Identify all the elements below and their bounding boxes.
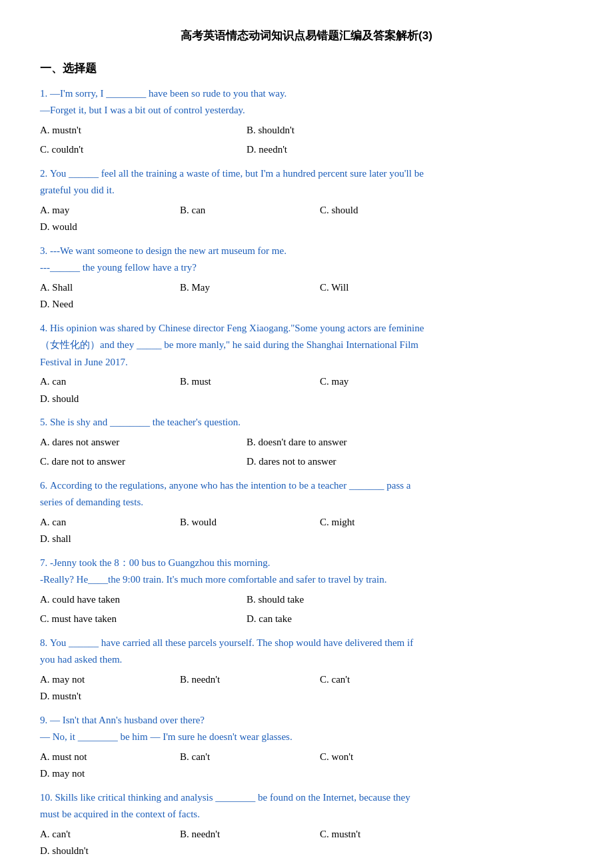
answer-row: A. can'tB. needn'tC. mustn'tD. shouldn't bbox=[40, 826, 573, 860]
answer-option: A. can't bbox=[40, 826, 173, 843]
answer-option: D. would bbox=[40, 219, 173, 236]
page-title: 高考英语情态动词知识点易错题汇编及答案解析(3) bbox=[40, 27, 573, 46]
question-line: 1. —I'm sorry, I ________ have been so r… bbox=[40, 85, 573, 103]
question-line: you had asked them. bbox=[40, 651, 573, 669]
answer-option: A. may not bbox=[40, 671, 173, 689]
answer-option: C. couldn't bbox=[40, 141, 240, 159]
question-line: must be acquired in the context of facts… bbox=[40, 806, 573, 823]
section-title: 一、选择题 bbox=[40, 59, 573, 79]
answer-option: C. might bbox=[320, 514, 453, 531]
question-line: grateful you did it. bbox=[40, 182, 573, 199]
answer-option: D. mustn't bbox=[40, 688, 173, 705]
answer-row: A. canB. wouldC. mightD. shall bbox=[40, 514, 573, 548]
answer-option: A. may bbox=[40, 202, 173, 219]
answer-option: D. Need bbox=[40, 296, 173, 313]
answer-option: B. needn't bbox=[180, 826, 313, 843]
question-block: 9. — Isn't that Ann's husband over there… bbox=[40, 712, 573, 783]
answer-row: A. mustn'tB. shouldn't bbox=[40, 122, 573, 139]
answer-row: C. must have takenD. can take bbox=[40, 611, 573, 628]
answer-row: A. canB. mustC. mayD. should bbox=[40, 373, 573, 407]
question-line: 6. According to the regulations, anyone … bbox=[40, 477, 573, 495]
question-line: 10. Skills like critical thinking and an… bbox=[40, 789, 573, 807]
question-block: 5. She is shy and ________ the teacher's… bbox=[40, 414, 573, 471]
answer-option: C. must have taken bbox=[40, 611, 240, 628]
answer-option: C. should bbox=[320, 202, 453, 219]
question-text: 7. -Jenny took the 8：00 bus to Guangzhou… bbox=[40, 555, 573, 589]
answer-option: C. can't bbox=[320, 671, 453, 689]
answer-row: A. must notB. can'tC. won'tD. may not bbox=[40, 749, 573, 783]
question-block: 2. You ______ feel all the training a wa… bbox=[40, 165, 573, 236]
question-line: Festival in June 2017. bbox=[40, 354, 573, 371]
answer-option: D. needn't bbox=[247, 141, 446, 159]
answer-option: A. must not bbox=[40, 749, 173, 766]
answer-row: A. may notB. needn'tC. can'tD. mustn't bbox=[40, 671, 573, 705]
question-text: 6. According to the regulations, anyone … bbox=[40, 477, 573, 511]
answer-option: D. may not bbox=[40, 765, 173, 783]
question-line: 2. You ______ feel all the training a wa… bbox=[40, 165, 573, 183]
answer-option: C. Will bbox=[320, 279, 453, 297]
question-line: 9. — Isn't that Ann's husband over there… bbox=[40, 712, 573, 729]
answer-option: D. should bbox=[40, 391, 173, 408]
question-line: — No, it ________ be him — I'm sure he d… bbox=[40, 729, 573, 746]
answer-option: A. can bbox=[40, 373, 173, 391]
question-line: ---______ the young fellow have a try? bbox=[40, 259, 573, 277]
answer-row: C. dare not to answerD. dares not to ans… bbox=[40, 453, 573, 471]
question-text: 3. ---We want someone to design the new … bbox=[40, 243, 573, 277]
question-line: -Really? He____the 9:00 train. It's much… bbox=[40, 571, 573, 589]
question-line: 4. His opinion was shared by Chinese dir… bbox=[40, 320, 573, 337]
answer-option: B. must bbox=[180, 373, 313, 391]
question-block: 7. -Jenny took the 8：00 bus to Guangzhou… bbox=[40, 555, 573, 628]
question-text: 10. Skills like critical thinking and an… bbox=[40, 789, 573, 823]
answer-option: D. can take bbox=[247, 611, 446, 628]
question-block: 10. Skills like critical thinking and an… bbox=[40, 789, 573, 860]
question-line: 8. You ______ have carried all these par… bbox=[40, 635, 573, 652]
answer-option: D. shouldn't bbox=[40, 843, 173, 860]
answer-option: B. needn't bbox=[180, 671, 313, 689]
answer-option: A. Shall bbox=[40, 279, 173, 297]
answer-option: C. mustn't bbox=[320, 826, 453, 843]
answer-option: D. dares not to answer bbox=[247, 453, 446, 471]
question-block: 8. You ______ have carried all these par… bbox=[40, 635, 573, 705]
question-text: 1. —I'm sorry, I ________ have been so r… bbox=[40, 85, 573, 119]
answer-option: A. mustn't bbox=[40, 122, 240, 139]
answer-option: B. can bbox=[180, 202, 313, 219]
answer-option: B. can't bbox=[180, 749, 313, 766]
answer-option: B. May bbox=[180, 279, 313, 297]
question-text: 5. She is shy and ________ the teacher's… bbox=[40, 414, 573, 431]
answer-row: A. dares not answerB. doesn't dare to an… bbox=[40, 434, 573, 451]
question-line: 7. -Jenny took the 8：00 bus to Guangzhou… bbox=[40, 555, 573, 572]
answer-option: C. may bbox=[320, 373, 453, 391]
question-line: 3. ---We want someone to design the new … bbox=[40, 243, 573, 260]
question-line: series of demanding tests. bbox=[40, 494, 573, 511]
answer-option: A. can bbox=[40, 514, 173, 531]
answer-row: A. ShallB. MayC. WillD. Need bbox=[40, 279, 573, 313]
question-text: 9. — Isn't that Ann's husband over there… bbox=[40, 712, 573, 746]
answer-row: C. couldn'tD. needn't bbox=[40, 141, 573, 159]
answer-option: A. dares not answer bbox=[40, 434, 240, 451]
answer-option: A. could have taken bbox=[40, 591, 240, 609]
question-text: 4. His opinion was shared by Chinese dir… bbox=[40, 320, 573, 371]
answer-option: D. shall bbox=[40, 531, 173, 548]
answer-option: B. would bbox=[180, 514, 313, 531]
question-line: （女性化的）and they _____ be more manly," he … bbox=[40, 337, 573, 354]
question-line: —Forget it, but I was a bit out of contr… bbox=[40, 102, 573, 119]
answer-row: A. could have takenB. should take bbox=[40, 591, 573, 609]
question-block: 4. His opinion was shared by Chinese dir… bbox=[40, 320, 573, 408]
answer-option: B. shouldn't bbox=[247, 122, 446, 139]
question-text: 8. You ______ have carried all these par… bbox=[40, 635, 573, 669]
answer-option: C. dare not to answer bbox=[40, 453, 240, 471]
question-block: 1. —I'm sorry, I ________ have been so r… bbox=[40, 85, 573, 159]
answer-option: B. doesn't dare to answer bbox=[247, 434, 446, 451]
answer-option: C. won't bbox=[320, 749, 453, 766]
question-block: 6. According to the regulations, anyone … bbox=[40, 477, 573, 548]
answer-option: B. should take bbox=[247, 591, 446, 609]
question-line: 5. She is shy and ________ the teacher's… bbox=[40, 414, 573, 431]
question-text: 2. You ______ feel all the training a wa… bbox=[40, 165, 573, 199]
answer-row: A. mayB. canC. shouldD. would bbox=[40, 202, 573, 236]
question-block: 3. ---We want someone to design the new … bbox=[40, 243, 573, 313]
